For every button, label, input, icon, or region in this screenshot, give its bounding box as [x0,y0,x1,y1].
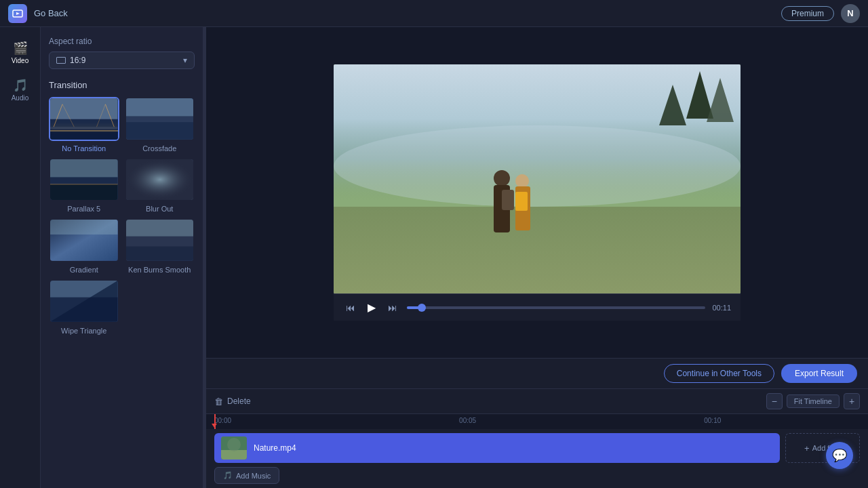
svg-rect-20 [50,220,118,235]
blur-out-label: Blur Out [146,205,173,213]
transition-no-transition[interactable]: No Transition [49,97,119,152]
transition-ken-burns-smooth[interactable]: Ken Burns Smooth [125,218,195,274]
video-track[interactable]: Nature.mp4 [214,433,780,463]
svg-marker-1 [16,12,20,15]
chat-icon: 💬 [832,448,847,463]
video-nav-label: Video [12,57,28,64]
transition-thumb-wipe-triangle [49,279,119,323]
svg-rect-3 [50,98,118,119]
video-player: ⏮ ▶ ⏭ 00:11 [334,64,741,321]
svg-rect-22 [126,220,194,237]
aspect-ratio-icon [56,57,66,64]
avatar[interactable]: N [841,4,860,23]
audio-nav-label: Audio [12,94,29,102]
zoom-out-button[interactable]: − [766,393,783,409]
transition-section-title: Transition [49,80,195,90]
svg-point-18 [126,159,194,200]
svg-rect-9 [50,127,118,129]
svg-marker-32 [659,85,686,125]
export-result-button[interactable]: Export Result [781,364,857,383]
timeline-area: 🗑 Delete − Fit Timeline + 00:00 00:05 00… [206,389,868,488]
add-music-label: Add Music [236,472,271,480]
zoom-in-button[interactable]: + [844,393,860,409]
svg-rect-15 [50,184,118,201]
svg-rect-12 [126,122,194,140]
timeline-toolbar: 🗑 Delete − Fit Timeline + [206,389,868,414]
add-files-plus-icon: + [804,443,810,453]
sidebar-item-audio[interactable]: 🎵 Audio [3,73,38,107]
transition-gradient[interactable]: Gradient [49,218,119,274]
aspect-ratio-value: 16:9 [70,56,85,65]
continue-other-tools-button[interactable]: Continue in Other Tools [664,364,774,383]
center-area: ⏮ ▶ ⏭ 00:11 Continue in Other Tools Expo… [206,27,868,488]
svg-point-37 [515,174,529,188]
transition-crossfade[interactable]: Crossfade [125,97,195,152]
crossfade-label: Crossfade [142,144,176,152]
video-frame [334,64,741,293]
skip-back-button[interactable]: ⏮ [343,301,358,314]
progress-bar[interactable] [407,306,705,309]
transition-wipe-triangle[interactable]: Wipe Triangle [49,279,119,335]
topbar: Go Back Premium N [0,0,868,27]
svg-point-42 [227,438,241,451]
svg-rect-28 [334,64,741,200]
svg-marker-30 [686,71,713,119]
track-thumbnail [221,436,247,460]
delete-icon: 🗑 [214,396,223,407]
transition-thumb-ken-burns-smooth [125,218,195,262]
transition-thumb-gradient [49,218,119,262]
timeline-ruler: 00:00 00:05 00:10 [206,414,868,429]
preview-area: ⏮ ▶ ⏭ 00:11 [206,27,868,358]
chat-bubble-button[interactable]: 💬 [826,442,853,469]
bottom-area: Continue in Other Tools Export Result 🗑 … [206,358,868,488]
svg-rect-41 [221,450,247,460]
ruler-mark-5: 00:05 [459,417,476,424]
transition-thumb-blur-out [125,158,195,202]
svg-marker-31 [707,78,734,122]
go-back-button[interactable]: Go Back [34,8,68,18]
audio-icon: 🎵 [13,78,28,93]
video-icon: 🎬 [13,41,28,56]
transition-thumb-parallax5 [49,158,119,202]
skip-forward-button[interactable]: ⏭ [385,301,400,314]
svg-rect-14 [50,159,118,177]
timeline-toolbar-right: − Fit Timeline + [766,393,860,409]
svg-point-33 [334,125,741,207]
timeline-tracks: Nature.mp4 + Add files 🎵 Add Music [206,429,868,488]
icon-nav: 🎬 Video 🎵 Audio [0,27,41,488]
music-icon: 🎵 [223,471,233,480]
aspect-ratio-dropdown[interactable]: 16:9 ▾ [49,52,195,69]
track-label: Nature.mp4 [254,443,296,453]
aspect-ratio-label: Aspect ratio [49,37,195,46]
no-transition-label: No Transition [62,144,106,152]
fit-timeline-button[interactable]: Fit Timeline [787,394,840,408]
topbar-right: Premium N [781,4,860,23]
wipe-triangle-label: Wipe Triangle [61,327,106,335]
video-controls: ⏮ ▶ ⏭ 00:11 [334,293,741,321]
transition-thumb-no-transition [49,97,119,141]
transition-grid: No Transition Crossfade [49,97,195,335]
svg-rect-36 [502,190,514,210]
svg-rect-11 [126,98,194,116]
transition-blur-out[interactable]: Blur Out [125,158,195,214]
playhead-triangle [212,424,217,428]
play-button[interactable]: ▶ [365,300,378,315]
main-layout: 🎬 Video 🎵 Audio Aspect ratio 16:9 ▾ Tran… [0,27,868,488]
chevron-down-icon: ▾ [183,56,187,65]
premium-button[interactable]: Premium [781,6,834,21]
progress-thumb [418,304,426,312]
app-logo [8,4,27,23]
add-music-button[interactable]: 🎵 Add Music [214,467,279,484]
video-track-row: Nature.mp4 + Add files [214,433,860,463]
time-display: 00:11 [712,304,731,312]
sidebar-item-video[interactable]: 🎬 Video [3,35,38,70]
svg-point-34 [494,170,510,186]
parallax5-label: Parallax 5 [67,205,100,213]
video-ground [334,214,741,293]
transition-parallax5[interactable]: Parallax 5 [49,158,119,214]
action-bar: Continue in Other Tools Export Result [206,359,868,389]
timeline-toolbar-left: 🗑 Delete [214,396,251,407]
svg-rect-4 [50,128,118,140]
ken-burns-smooth-label: Ken Burns Smooth [128,266,191,274]
svg-rect-39 [515,192,528,211]
